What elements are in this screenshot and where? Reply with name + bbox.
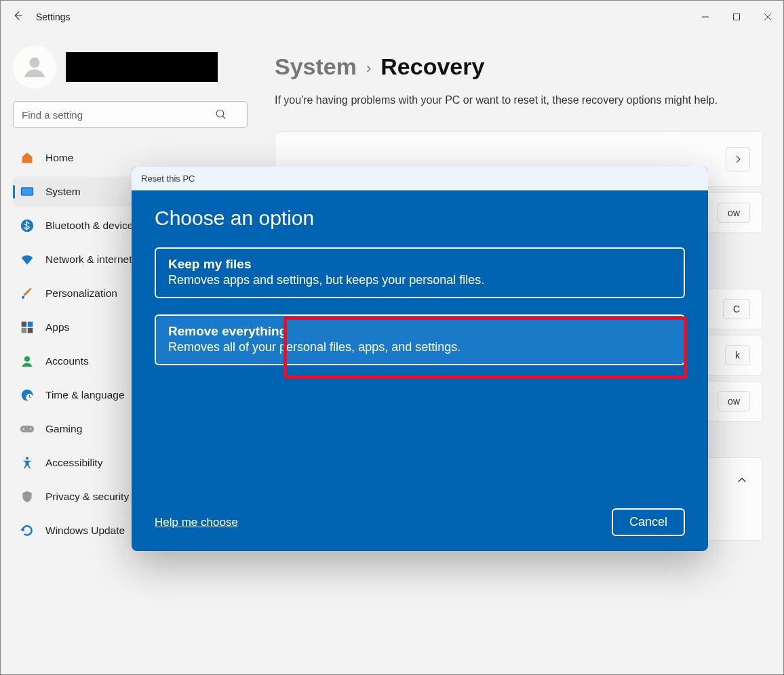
app-title: Settings xyxy=(36,12,71,22)
cancel-button[interactable]: Cancel xyxy=(612,508,685,536)
search-icon xyxy=(215,108,227,123)
svg-point-21 xyxy=(26,457,28,459)
svg-point-5 xyxy=(216,110,224,117)
bluetooth-icon xyxy=(20,218,35,233)
sidebar-item-label: System xyxy=(45,186,81,198)
search-input[interactable] xyxy=(13,101,248,128)
minimize-button[interactable] xyxy=(690,6,721,28)
maximize-button[interactable] xyxy=(721,6,752,28)
svg-rect-11 xyxy=(22,322,27,327)
svg-rect-8 xyxy=(22,188,33,195)
system-icon xyxy=(20,184,35,199)
svg-point-4 xyxy=(30,58,40,68)
accessibility-icon xyxy=(20,455,35,470)
svg-line-6 xyxy=(222,116,225,119)
chevron-up-icon[interactable] xyxy=(737,475,747,489)
reset-pc-dialog: Reset this PC Choose an option Keep my f… xyxy=(132,167,708,551)
sidebar-item-label: Time & language xyxy=(45,389,125,401)
avatar[interactable] xyxy=(13,45,56,89)
profile-name-redacted xyxy=(66,52,218,82)
option-keep-my-files[interactable]: Keep my files Removes apps and settings,… xyxy=(155,247,685,298)
sidebar-item-label: Privacy & security xyxy=(45,491,129,503)
wifi-icon xyxy=(20,252,35,267)
person-icon xyxy=(20,354,35,369)
back-icon[interactable] xyxy=(12,9,24,24)
option-title: Keep my files xyxy=(168,257,671,272)
breadcrumb-parent[interactable]: System xyxy=(275,54,357,80)
sidebar-item-label: Accessibility xyxy=(45,457,102,469)
card-action-button[interactable]: C xyxy=(723,299,750,319)
sidebar-item-label: Gaming xyxy=(45,423,82,435)
card-action-button[interactable]: k xyxy=(725,345,750,365)
svg-point-19 xyxy=(23,428,24,430)
option-description: Removes apps and settings, but keeps you… xyxy=(168,273,671,287)
sidebar-item-label: Bluetooth & devices xyxy=(45,220,138,232)
sidebar-item-label: Home xyxy=(45,152,73,164)
svg-point-20 xyxy=(30,428,31,430)
svg-point-15 xyxy=(24,356,30,362)
close-button[interactable] xyxy=(752,6,783,28)
breadcrumb-current: Recovery xyxy=(380,54,484,80)
help-me-choose-link[interactable]: Help me choose xyxy=(155,516,238,529)
option-remove-everything[interactable]: Remove everything Removes all of your pe… xyxy=(155,314,685,365)
svg-rect-1 xyxy=(734,14,740,20)
option-description: Removes all of your personal files, apps… xyxy=(168,340,671,354)
titlebar: Settings xyxy=(1,1,783,33)
page-description: If you're having problems with your PC o… xyxy=(275,92,749,108)
chevron-right-icon: › xyxy=(366,60,371,77)
gamepad-icon xyxy=(20,422,35,436)
breadcrumb: System › Recovery xyxy=(275,54,763,80)
apps-icon xyxy=(20,320,35,335)
svg-rect-14 xyxy=(28,328,33,333)
svg-rect-13 xyxy=(22,328,27,333)
sidebar-item-label: Personalization xyxy=(45,287,117,300)
card-action-button[interactable]: ow xyxy=(718,203,750,223)
shield-icon xyxy=(20,489,35,504)
dialog-heading: Choose an option xyxy=(155,207,685,230)
sidebar-item-label: Windows Update xyxy=(45,525,125,537)
svg-point-10 xyxy=(22,296,24,299)
card-action-button[interactable]: ow xyxy=(718,391,750,411)
sidebar-item-label: Accounts xyxy=(45,355,89,367)
svg-rect-12 xyxy=(28,322,33,327)
sidebar-item-label: Apps xyxy=(45,321,69,333)
update-icon xyxy=(20,523,35,538)
sidebar-item-label: Network & internet xyxy=(45,253,132,266)
globe-clock-icon xyxy=(20,388,35,403)
chevron-right-icon[interactable] xyxy=(726,147,750,171)
brush-icon xyxy=(20,286,35,301)
home-icon xyxy=(20,150,35,165)
svg-rect-18 xyxy=(20,426,34,432)
dialog-titlebar: Reset this PC xyxy=(132,167,708,190)
option-title: Remove everything xyxy=(168,324,671,339)
